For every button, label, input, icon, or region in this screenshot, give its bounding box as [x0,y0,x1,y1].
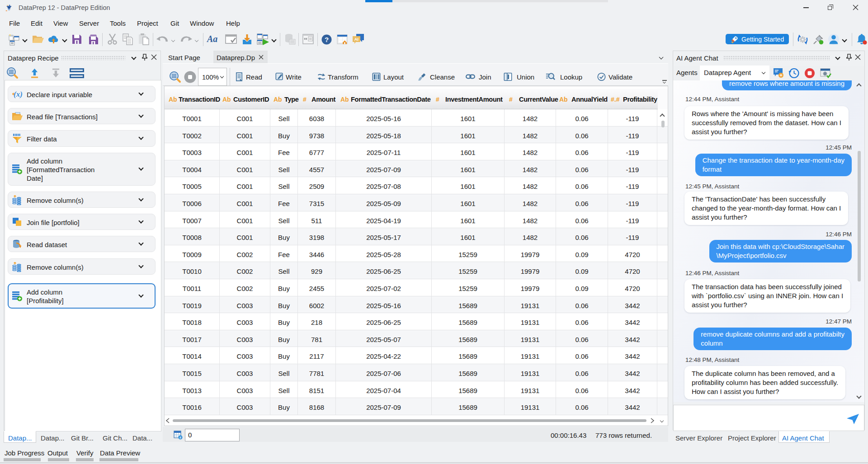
svg-text:AI: AI [354,37,359,42]
svg-text:#: # [179,436,181,439]
svg-text:?: ? [325,36,329,43]
svg-text:(x): (x) [14,90,23,98]
